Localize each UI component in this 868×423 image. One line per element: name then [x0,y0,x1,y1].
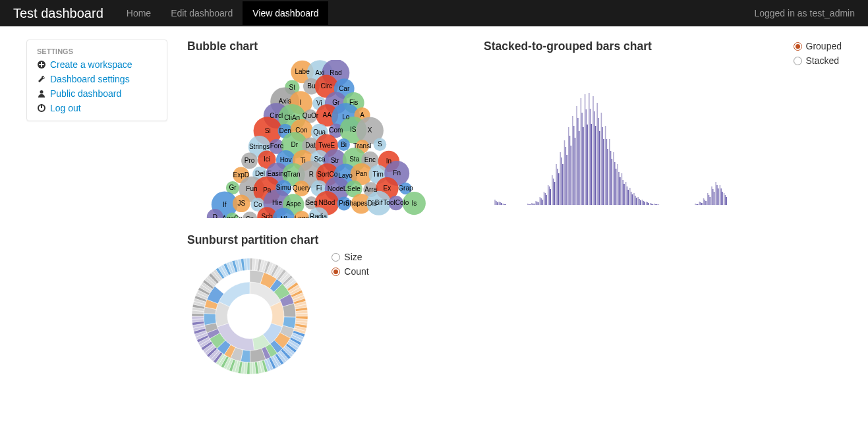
svg-text:Axi: Axi [315,69,324,76]
svg-text:Transi: Transi [353,142,371,150]
svg-rect-304 [566,155,567,205]
svg-rect-281 [709,195,710,205]
svg-rect-313 [603,139,604,205]
svg-rect-242 [549,186,550,205]
svg-text:Fun: Fun [246,185,257,192]
svg-rect-258 [614,162,616,205]
sidebar-link[interactable]: Create a workspace [50,59,132,70]
svg-rect-300 [550,189,551,205]
svg-rect-261 [627,186,628,205]
svg-text:Mi: Mi [280,215,287,219]
sidebar-item-logout[interactable]: Log out [27,101,167,115]
svg-rect-287 [497,202,498,205]
svg-rect-265 [643,201,644,205]
svg-rect-254 [598,118,599,205]
svg-rect-249 [577,118,579,205]
power-icon [37,103,46,113]
svg-rect-231 [504,204,505,205]
svg-rect-211 [658,204,660,205]
svg-rect-199 [609,139,610,205]
svg-text:Layo: Layo [338,172,353,179]
radio-grouped[interactable]: Grouped [794,41,842,51]
svg-rect-289 [505,204,506,205]
svg-rect-298 [542,200,543,205]
svg-rect-341 [718,188,719,205]
svg-rect-173 [503,204,504,205]
navbar: Test dashboard Home Edit dashboard View … [0,0,868,26]
svg-text:JS: JS [237,200,245,207]
svg-text:Circ: Circ [320,82,332,90]
svg-rect-311 [595,126,596,205]
widget-bubble: Bubble chart LabeAxiRadStBuCircCarAxisIV… [187,40,471,220]
brand[interactable]: Test dashboard [13,6,103,21]
svg-rect-305 [571,146,572,205]
svg-text:St: St [289,84,296,91]
widget-sunburst: Sunburst partition chart Size Count [187,233,471,381]
svg-rect-256 [606,139,608,205]
sidebar-item-dashboard-settings[interactable]: Dashboard settings [27,72,167,86]
svg-text:IS: IS [350,126,357,133]
svg-rect-248 [573,126,575,205]
svg-text:Pa: Pa [263,186,272,194]
svg-text:Dat: Dat [305,142,316,149]
svg-rect-237 [529,204,530,205]
svg-rect-280 [705,200,706,205]
svg-rect-240 [540,198,542,205]
svg-rect-325 [652,204,654,205]
radio-icon [794,42,802,51]
svg-rect-181 [535,201,536,205]
svg-rect-322 [640,200,641,205]
svg-rect-318 [623,184,625,205]
svg-rect-196 [596,103,598,205]
svg-text:Car: Car [339,85,350,92]
svg-rect-239 [536,202,538,205]
svg-rect-223 [707,193,709,205]
svg-rect-309 [587,125,588,205]
svg-text:Sca: Sca [314,155,326,163]
svg-rect-210 [654,204,655,205]
svg-rect-299 [546,195,547,205]
svg-text:Sp: Sp [246,215,254,218]
svg-rect-263 [635,196,636,205]
svg-text:X: X [368,127,372,134]
sidebar-link[interactable]: Dashboard settings [50,74,130,84]
svg-point-3 [40,90,43,94]
nav-home[interactable]: Home [117,1,161,25]
svg-text:Sele: Sele [347,185,361,192]
sidebar-item-public-dashboard[interactable]: Public dashboard [27,86,167,101]
svg-rect-171 [494,200,496,205]
svg-text:Hie: Hie [272,199,282,206]
svg-rect-312 [599,131,600,205]
svg-rect-227 [724,193,725,205]
svg-text:CliAn: CliAn [284,114,300,121]
svg-rect-257 [610,151,612,205]
svg-rect-194 [589,93,590,205]
sunburst-chart [187,254,312,379]
nav-view-dashboard[interactable]: View dashboard [243,1,328,25]
settings-sidebar: Settings Create a workspace Dashboard se… [26,40,167,121]
radio-stacked[interactable]: Stacked [794,55,842,66]
svg-text:If: If [223,201,227,208]
svg-rect-195 [593,96,594,205]
svg-text:Seq: Seq [306,199,318,206]
svg-text:ToolColo: ToolColo [383,199,409,206]
svg-text:Is: Is [411,200,417,207]
svg-rect-251 [586,109,587,205]
svg-rect-338 [705,201,707,205]
svg-rect-204 [629,188,631,205]
radio-size[interactable]: Size [332,252,368,262]
svg-rect-188 [564,140,565,205]
nav-edit-dashboard[interactable]: Edit dashboard [161,1,243,25]
svg-rect-326 [656,204,658,205]
bubble-chart: LabeAxiRadStBuCircCarAxisIViGrFisCirclCl… [187,60,451,218]
radio-count[interactable]: Count [332,266,368,277]
sidebar-item-create-workspace[interactable]: Create a workspace [27,57,167,72]
svg-text:Sta: Sta [349,155,359,163]
sidebar-link[interactable]: Public dashboard [50,88,121,99]
svg-rect-5 [41,104,42,108]
svg-rect-189 [568,127,569,205]
svg-rect-207 [642,200,643,205]
svg-rect-180 [531,203,533,205]
sidebar-link[interactable]: Log out [50,103,81,113]
svg-text:Easing: Easing [268,170,288,177]
